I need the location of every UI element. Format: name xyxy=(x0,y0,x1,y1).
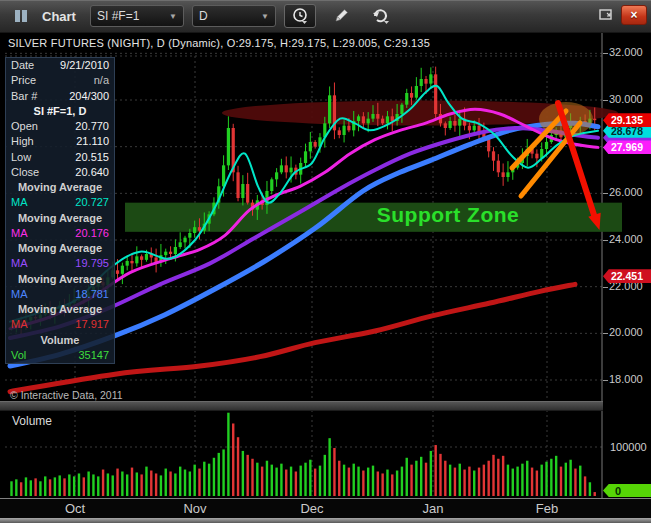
data-window-row: Volume xyxy=(6,333,114,348)
symbol-dropdown-value: SI #F=1 xyxy=(97,9,139,23)
data-window-label: Vol xyxy=(11,348,26,363)
month-label-jan: Jan xyxy=(423,501,444,516)
axis-tick-mark xyxy=(603,333,608,334)
support-zone-label: Support Zone xyxy=(377,203,519,227)
data-window-label: High xyxy=(11,134,34,149)
data-window-row: Vol35147 xyxy=(6,348,114,363)
volume-axis-tick: 100000 xyxy=(610,441,647,453)
data-window-value: 35147 xyxy=(78,348,109,363)
draw-tool-button[interactable] xyxy=(326,5,356,27)
restore-window-button[interactable] xyxy=(595,5,617,23)
data-window-row: Moving Average xyxy=(6,211,114,226)
price-badge: 29.135 xyxy=(603,113,651,127)
data-window-value: 20.640 xyxy=(75,165,109,180)
price-axis-tick: 24.000 xyxy=(609,233,643,245)
data-window-row: MA19.795 xyxy=(6,256,114,271)
data-window-row: Moving Average xyxy=(6,302,114,317)
app-title: Chart xyxy=(42,9,76,24)
data-window-value: 17.917 xyxy=(75,317,109,332)
chevron-down-icon: ▼ xyxy=(169,12,177,21)
clock-icon xyxy=(292,8,308,24)
data-window-row: SI #F=1, D xyxy=(6,104,114,119)
data-window-row: Date9/21/2010 xyxy=(6,58,114,73)
data-window-value: 18.781 xyxy=(75,287,109,302)
data-window-row: Bar #204/300 xyxy=(6,89,114,104)
volume-series xyxy=(10,413,596,496)
data-window-row: MA20.176 xyxy=(6,226,114,241)
close-window-button[interactable]: × xyxy=(621,5,647,25)
month-label-nov: Nov xyxy=(183,501,206,516)
data-window-value: 9/21/2010 xyxy=(60,58,109,73)
data-window-row: Moving Average xyxy=(6,272,114,287)
volume-pane-label: Volume xyxy=(12,414,52,428)
close-icon: × xyxy=(630,8,637,22)
axis-tick-mark xyxy=(603,240,608,241)
data-window[interactable]: Date9/21/2010Pricen/aBar #204/300SI #F=1… xyxy=(5,57,115,364)
axis-tick-mark xyxy=(603,53,608,54)
data-window-value: 20.770 xyxy=(75,119,109,134)
copyright-text: © Interactive Data, 2011 xyxy=(10,389,123,401)
data-window-value: 20.515 xyxy=(75,150,109,165)
axis-tick-mark xyxy=(603,193,608,194)
data-window-label: MA xyxy=(11,195,28,210)
data-window-label: Date xyxy=(11,58,34,73)
symbol-dropdown[interactable]: SI #F=1 ▼ xyxy=(90,5,184,27)
price-axis-tick: 26.000 xyxy=(609,186,643,198)
axis-tick-mark xyxy=(603,287,608,288)
time-settings-button[interactable] xyxy=(284,4,316,28)
data-window-label: Low xyxy=(11,150,31,165)
data-window-value: 204/300 xyxy=(69,89,109,104)
data-window-label: MA xyxy=(11,287,28,302)
data-window-label: Close xyxy=(11,165,39,180)
price-axis-tick: 18.000 xyxy=(609,373,643,385)
data-window-value: 21.110 xyxy=(76,134,109,149)
interval-dropdown-value: D xyxy=(199,9,208,23)
data-window-row: MA18.781 xyxy=(6,287,114,302)
data-window-label: MA xyxy=(11,256,28,271)
data-window-row: MA17.917 xyxy=(6,317,114,332)
data-window-row: Low20.515 xyxy=(6,150,114,165)
data-window-value: n/a xyxy=(94,73,109,88)
chevron-down-icon: ▼ xyxy=(261,12,269,21)
interval-dropdown[interactable]: D ▼ xyxy=(192,5,276,27)
window-frame-bottom xyxy=(0,518,651,523)
data-window-label: Bar # xyxy=(11,89,37,104)
refresh-button[interactable] xyxy=(366,5,396,27)
time-axis[interactable]: OctNovDecJanFeb xyxy=(0,498,651,518)
channel-line-2[interactable] xyxy=(521,123,580,196)
volume-zero-badge: 0 xyxy=(603,484,651,497)
axis-tick-mark xyxy=(603,380,608,381)
price-badge: 27.969 xyxy=(603,140,651,154)
price-axis-tick: 32.000 xyxy=(609,46,643,58)
pencil-icon xyxy=(332,7,350,25)
price-axis-tick: 30.000 xyxy=(609,93,643,105)
pane-splitter[interactable] xyxy=(0,401,603,411)
data-window-row: Open20.770 xyxy=(6,119,114,134)
restore-window-icon xyxy=(598,7,614,21)
month-label-feb: Feb xyxy=(536,501,558,516)
data-window-label: Price xyxy=(11,73,36,88)
data-window-row: Close20.640 xyxy=(6,165,114,180)
price-axis-tick: 20.000 xyxy=(609,326,643,338)
month-label-oct: Oct xyxy=(65,501,85,516)
price-badge: 22.451 xyxy=(603,269,651,283)
data-window-label: MA xyxy=(11,226,28,241)
redo-arrow-icon xyxy=(371,7,391,25)
chart-panel-icon xyxy=(6,5,36,27)
data-window-value: 20.176 xyxy=(75,226,109,241)
data-window-label: Open xyxy=(11,119,38,134)
chart-window: Chart SI #F=1 ▼ D ▼ xyxy=(0,0,651,523)
data-window-row: Moving Average xyxy=(6,241,114,256)
data-window-value: 20.727 xyxy=(75,195,109,210)
symbol-header: SILVER FUTURES (NIGHT), D (Dynamic), O:2… xyxy=(8,37,430,49)
axis-tick-mark xyxy=(603,100,608,101)
data-window-row: Moving Average xyxy=(6,180,114,195)
data-window-value: 19.795 xyxy=(75,256,109,271)
data-window-row: MA20.727 xyxy=(6,195,114,210)
data-window-label: MA xyxy=(11,317,28,332)
toolbar: Chart SI #F=1 ▼ D ▼ xyxy=(0,0,651,33)
data-window-row: Pricen/a xyxy=(6,73,114,88)
data-window-row: High21.110 xyxy=(6,134,114,149)
month-label-dec: Dec xyxy=(300,501,323,516)
